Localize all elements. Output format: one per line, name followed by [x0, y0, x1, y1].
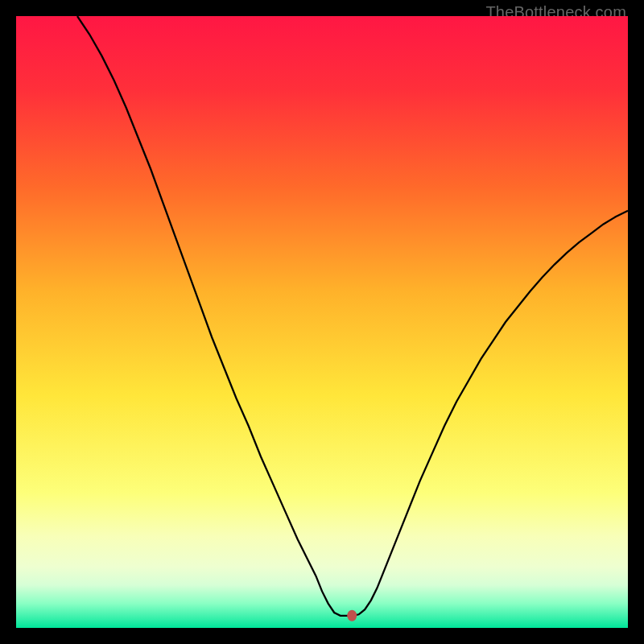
- gradient-background: [16, 16, 628, 628]
- chart-frame: TheBottleneck.com: [0, 0, 644, 644]
- minimum-marker: [347, 610, 357, 621]
- chart-canvas: [16, 16, 628, 628]
